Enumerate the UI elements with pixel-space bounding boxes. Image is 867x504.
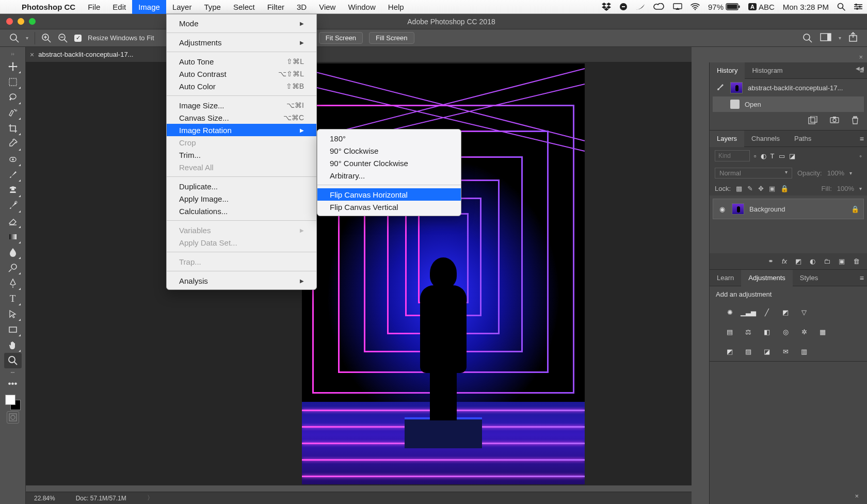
brush-tool[interactable]	[4, 167, 22, 183]
control-center-icon[interactable]	[849, 3, 867, 10]
share-icon[interactable]	[848, 32, 858, 44]
filter-image-icon[interactable]: ▫	[754, 152, 757, 160]
menu-filter[interactable]: Filter	[261, 0, 291, 14]
snapshot-icon[interactable]	[830, 116, 839, 126]
filter-adjust-icon[interactable]: ◐	[761, 152, 766, 160]
menu-mode[interactable]: Mode▶	[167, 17, 316, 29]
input-source[interactable]: A ABC	[744, 3, 779, 11]
hand-tool[interactable]	[4, 337, 22, 353]
app-name[interactable]: Photoshop CC	[15, 3, 82, 11]
menu-type[interactable]: Type	[198, 0, 227, 14]
zoom-in-icon[interactable]	[41, 33, 52, 43]
layer-fx-icon[interactable]: fx	[782, 257, 787, 265]
path-selection-tool[interactable]	[4, 306, 22, 322]
color-lookup-icon[interactable]: ▦	[817, 326, 828, 337]
healing-brush-tool[interactable]	[4, 152, 22, 167]
menu-adjustments[interactable]: Adjustments▶	[167, 36, 316, 48]
rectangle-tool[interactable]	[4, 322, 22, 337]
document-canvas[interactable]	[302, 63, 585, 484]
lock-artboard-icon[interactable]: ▣	[769, 185, 775, 192]
layer-background[interactable]: ◉ Background 🔒	[713, 199, 864, 219]
spotlight-icon[interactable]	[833, 3, 849, 11]
lock-all-icon[interactable]: 🔒	[780, 185, 789, 192]
menu-window[interactable]: Window	[342, 0, 381, 14]
zoom-tool[interactable]	[4, 353, 22, 368]
adjustment-layer-icon[interactable]: ◐	[810, 257, 815, 265]
workspace-switcher-icon[interactable]	[820, 33, 831, 43]
layers-menu-icon[interactable]: ≡	[860, 135, 864, 143]
eraser-tool[interactable]	[4, 214, 22, 229]
quick-mask-button[interactable]	[7, 411, 19, 424]
hue-icon[interactable]: ▤	[724, 326, 735, 337]
history-state-open[interactable]: Open	[713, 96, 864, 112]
menu-edit[interactable]: Edit	[106, 0, 132, 14]
menu-image-rotation[interactable]: Image Rotation▶	[167, 124, 316, 136]
menu-3d[interactable]: 3D	[291, 0, 313, 14]
history-filename[interactable]: abstract-backlit-conceptual-17...	[748, 84, 843, 92]
vibrance-icon[interactable]: ▽	[798, 306, 810, 318]
lasso-tool[interactable]	[4, 90, 22, 105]
battery-status[interactable]: 97%	[704, 3, 744, 11]
flip-canvas-vertical[interactable]: Flip Canvas Vertical	[317, 201, 461, 213]
close-tab-button[interactable]: ×	[30, 51, 34, 59]
airplay-icon[interactable]	[669, 3, 686, 10]
group-icon[interactable]: 🗀	[824, 257, 830, 265]
opacity-value[interactable]: 100%	[827, 169, 844, 177]
posterize-icon[interactable]: ▨	[743, 346, 754, 357]
move-tool[interactable]	[4, 59, 22, 74]
rotate-90-ccw[interactable]: 90° Counter Clockwise	[317, 157, 461, 169]
foreground-background-colors[interactable]	[4, 394, 22, 411]
new-layer-icon[interactable]: ▣	[839, 257, 845, 265]
creative-cloud-icon[interactable]	[649, 3, 669, 10]
menu-help[interactable]: Help	[382, 0, 410, 14]
visibility-icon[interactable]: ◉	[717, 205, 727, 213]
menu-auto-tone[interactable]: Auto Tone⇧⌘L	[167, 55, 316, 68]
resize-windows-checkbox[interactable]: ✓	[74, 35, 82, 42]
menu-trim[interactable]: Trim...	[167, 149, 316, 161]
tab-layers[interactable]: Layers	[710, 131, 744, 147]
lock-brush-icon[interactable]: ✎	[747, 185, 753, 192]
delete-layer-icon[interactable]: 🗑	[853, 257, 860, 265]
wifi-icon[interactable]	[686, 3, 704, 10]
lock-icon[interactable]: 🔒	[851, 205, 859, 213]
flip-canvas-horizontal[interactable]: Flip Canvas Horizontal	[317, 188, 461, 201]
clone-stamp-tool[interactable]	[4, 183, 22, 198]
eyedropper-tool[interactable]	[4, 136, 22, 152]
menu-image-size[interactable]: Image Size...⌥⌘I	[167, 99, 316, 111]
rotate-90-cw[interactable]: 90° Clockwise	[317, 144, 461, 157]
create-document-from-state-icon[interactable]	[808, 116, 817, 126]
link-layers-icon[interactable]: ⚭	[768, 257, 774, 265]
close-window-button[interactable]	[6, 18, 13, 25]
menu-canvas-size[interactable]: Canvas Size...⌥⌘C	[167, 111, 316, 124]
filter-toggle-icon[interactable]: ◦	[859, 152, 862, 160]
zoom-level[interactable]: 22.84%	[34, 495, 55, 502]
marquee-tool[interactable]	[4, 74, 22, 90]
menu-duplicate[interactable]: Duplicate...	[167, 180, 316, 192]
curves-icon[interactable]: ╱	[761, 306, 773, 318]
doc-info[interactable]: Doc: 57.1M/57.1M	[76, 495, 126, 502]
pen-tool[interactable]	[4, 275, 22, 291]
search-icon[interactable]	[802, 33, 813, 43]
exposure-icon[interactable]: ◩	[780, 306, 791, 318]
menu-analysis[interactable]: Analysis▶	[167, 274, 316, 287]
gradient-tool[interactable]	[4, 229, 22, 245]
menu-calculations[interactable]: Calculations...	[167, 205, 316, 217]
blur-tool[interactable]	[4, 245, 22, 260]
tab-histogram[interactable]: Histogram	[745, 62, 790, 79]
clock[interactable]: Mon 3:28 PM	[779, 3, 833, 11]
tab-learn[interactable]: Learn	[710, 270, 741, 286]
panel-collapse-icon[interactable]: ◀◀	[856, 66, 864, 71]
tab-history[interactable]: History	[710, 62, 745, 79]
tab-channels[interactable]: Channels	[744, 131, 787, 147]
menu-select[interactable]: Select	[227, 0, 261, 14]
crop-tool[interactable]	[4, 121, 22, 136]
zoom-window-button[interactable]	[29, 18, 36, 25]
fill-value[interactable]: 100%	[837, 185, 854, 192]
layer-filter-kind[interactable]	[715, 150, 750, 161]
menu-file[interactable]: File	[82, 0, 106, 14]
panel-close-icon[interactable]: ×	[859, 53, 863, 61]
lock-position-icon[interactable]: ✥	[758, 185, 764, 192]
menubar-pen-icon[interactable]	[632, 3, 649, 10]
timeline-close-icon[interactable]: ×	[855, 492, 859, 500]
status-more-icon[interactable]: 〉	[147, 494, 153, 502]
